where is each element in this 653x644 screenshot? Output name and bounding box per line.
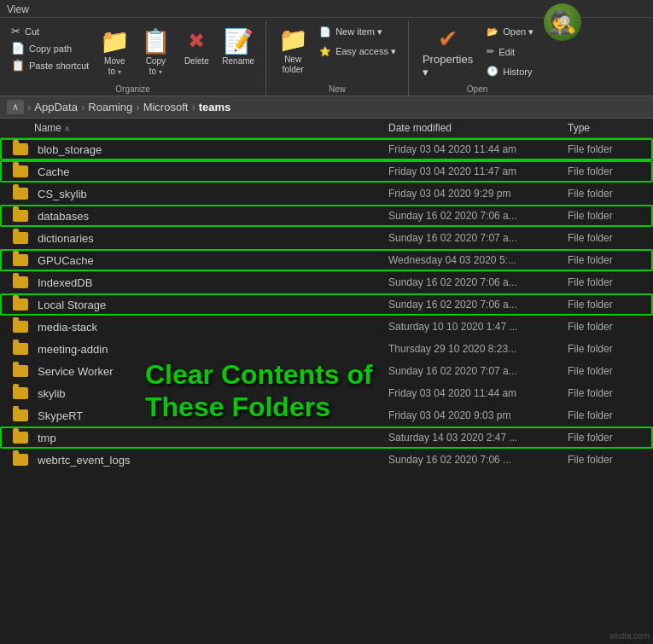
table-row[interactable]: dictionaries Sunday 16 02 2020 7:07 a...… <box>0 227 653 249</box>
copy-path-label: Copy path <box>29 44 72 54</box>
copy-path-button[interactable]: 📄 Copy path <box>7 40 93 56</box>
table-row[interactable]: skylib Friday 03 04 2020 11:44 am File f… <box>0 382 653 404</box>
address-bar: ∧ › AppData › Roaming › Microsoft › team… <box>0 96 653 119</box>
history-icon: 🕐 <box>487 66 498 77</box>
file-type: File folder <box>568 432 653 444</box>
file-type: File folder <box>568 276 653 288</box>
file-name: media-stack <box>38 321 388 334</box>
delete-button[interactable]: ✖ Delete <box>177 23 216 69</box>
table-row[interactable]: Service Worker Sunday 16 02 2020 7:07 a.… <box>0 360 653 382</box>
file-type: File folder <box>568 232 653 244</box>
edit-button[interactable]: ✏ Edit <box>481 43 539 61</box>
col-header-name[interactable]: Name ∧ <box>0 122 388 134</box>
address-crumb-current[interactable]: teams <box>199 101 231 113</box>
file-date: Friday 03 04 2020 11:47 am <box>388 165 568 177</box>
file-date: Friday 03 04 2020 9:29 pm <box>388 188 568 200</box>
folder-icon <box>10 274 31 291</box>
file-date: Thursday 29 10 2020 8:23... <box>388 343 568 355</box>
file-type: File folder <box>568 165 653 177</box>
open-button[interactable]: 📂 Open ▾ <box>481 23 539 41</box>
open-icon: 📂 <box>487 26 498 38</box>
new-right-col: 📄 New item ▾ ⭐ Easy access ▾ <box>314 21 401 62</box>
file-date: Sunday 16 02 2020 7:06 a... <box>388 210 568 222</box>
file-type: File folder <box>568 409 653 421</box>
easy-access-label: Easy access ▾ <box>335 46 396 57</box>
address-crumb-0[interactable]: AppData <box>34 101 78 113</box>
table-row[interactable]: Local Storage Sunday 16 02 2020 7:06 a..… <box>0 293 653 316</box>
folder-icon <box>10 407 31 424</box>
new-folder-button[interactable]: 📁 Newfolder <box>273 21 312 78</box>
easy-access-icon: ⭐ <box>319 46 331 57</box>
table-row[interactable]: media-stack Saturday 10 10 2020 1:47 ...… <box>0 316 653 338</box>
history-button[interactable]: 🕐 History <box>481 62 539 80</box>
copy-to-label: Copyto ▾ <box>146 56 166 77</box>
delete-label: Delete <box>184 56 209 67</box>
rename-button[interactable]: 📝 Rename <box>218 23 259 69</box>
file-name: meeting-addin <box>38 343 388 356</box>
easy-access-button[interactable]: ⭐ Easy access ▾ <box>314 43 401 61</box>
file-name: databases <box>38 210 388 223</box>
file-date: Friday 03 04 2020 9:03 pm <box>388 409 568 421</box>
table-row[interactable]: GPUCache Wednesday 04 03 2020 5:... File… <box>0 249 653 271</box>
table-row[interactable]: blob_storage Friday 03 04 2020 11:44 am … <box>0 138 653 160</box>
file-date: Friday 03 04 2020 11:44 am <box>388 387 568 399</box>
folder-icon <box>10 252 31 269</box>
file-type: File folder <box>568 299 653 310</box>
ribbon-group-new: 📁 Newfolder 📄 New item ▾ ⭐ Easy access ▾… <box>266 21 409 96</box>
table-row[interactable]: webrtc_event_logs Sunday 16 02 2020 7:06… <box>0 449 653 471</box>
cut-button[interactable]: ✂ Cut <box>7 23 93 39</box>
new-buttons: 📁 Newfolder 📄 New item ▾ ⭐ Easy access ▾ <box>273 21 401 82</box>
cut-icon: ✂ <box>11 25 20 38</box>
folder-icon <box>10 429 31 446</box>
properties-button[interactable]: ✔ Properties▾ <box>416 21 480 82</box>
file-type: File folder <box>568 188 653 200</box>
paste-shortcut-button[interactable]: 📋 Paste shortcut <box>7 57 93 73</box>
ribbon-group-open: ✔ Properties▾ 📂 Open ▾ ✏ Edit 🕐 History … <box>409 21 545 96</box>
file-name: SkypeRT <box>38 409 388 422</box>
file-type: File folder <box>568 321 653 333</box>
open-label: Open <box>416 82 539 96</box>
address-sep-2: › <box>136 101 139 113</box>
rename-label: Rename <box>222 56 254 67</box>
expand-button[interactable]: ∧ <box>7 100 24 114</box>
file-name: Cache <box>38 165 388 178</box>
file-name: blob_storage <box>38 143 388 156</box>
file-date: Saturday 14 03 2020 2:47 ... <box>388 432 568 444</box>
table-row[interactable]: IndexedDB Sunday 16 02 2020 7:06 a... Fi… <box>0 271 653 293</box>
organize-buttons: ✂ Cut 📄 Copy path 📋 Paste shortcut 📁 Mov… <box>7 21 259 82</box>
address-crumb-1[interactable]: Roaming <box>88 101 132 113</box>
file-name: dictionaries <box>38 232 388 245</box>
file-date: Wednesday 04 03 2020 5:... <box>388 254 568 266</box>
app-logo: 🕵️ <box>544 3 585 44</box>
copy-to-button[interactable]: 📋 Copyto ▾ <box>136 23 175 79</box>
file-date: Friday 03 04 2020 11:44 am <box>388 143 568 155</box>
file-type: File folder <box>568 143 653 155</box>
file-type: File folder <box>568 210 653 222</box>
file-name: GPUCache <box>38 254 388 267</box>
ribbon-tab-view[interactable]: View <box>7 3 29 15</box>
table-row[interactable]: tmp Saturday 14 03 2020 2:47 ... File fo… <box>0 426 653 449</box>
folder-icon <box>10 385 31 402</box>
file-date: Sunday 16 02 2020 7:06 ... <box>388 454 568 466</box>
file-name: CS_skylib <box>38 188 388 200</box>
table-row[interactable]: meeting-addin Thursday 29 10 2020 8:23..… <box>0 338 653 360</box>
address-crumb-2[interactable]: Microsoft <box>143 101 189 113</box>
move-to-button[interactable]: 📁 Moveto ▾ <box>95 23 134 79</box>
properties-label: Properties▾ <box>423 53 473 78</box>
file-type: File folder <box>568 387 653 399</box>
open-label: Open ▾ <box>503 26 533 38</box>
table-row[interactable]: Cache Friday 03 04 2020 11:47 am File fo… <box>0 160 653 183</box>
file-date: Saturday 10 10 2020 1:47 ... <box>388 321 568 333</box>
table-row[interactable]: CS_skylib Friday 03 04 2020 9:29 pm File… <box>0 183 653 205</box>
col-header-type[interactable]: Type <box>568 122 653 134</box>
table-row[interactable]: databases Sunday 16 02 2020 7:06 a... Fi… <box>0 205 653 227</box>
table-row[interactable]: SkypeRT Friday 03 04 2020 9:03 pm File f… <box>0 404 653 426</box>
address-sep-1: › <box>81 101 85 113</box>
col-header-date[interactable]: Date modified <box>388 122 568 134</box>
history-label: History <box>503 67 532 77</box>
file-date: Sunday 16 02 2020 7:06 a... <box>388 299 568 310</box>
properties-icon: ✔ <box>438 25 458 53</box>
new-item-button[interactable]: 📄 New item ▾ <box>314 23 401 41</box>
file-name: tmp <box>38 432 388 444</box>
folder-icon <box>10 318 31 335</box>
